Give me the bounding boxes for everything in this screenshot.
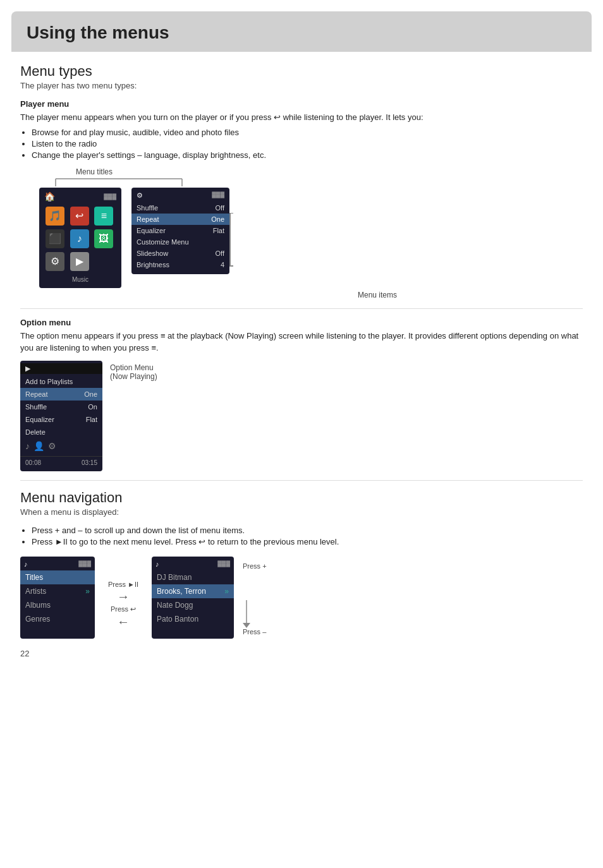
grid-item-photo: 🖼 [94, 229, 113, 248]
settings-row-repeat: RepeatOne [131, 214, 229, 225]
battery-icon-2: ▓▓▓ [212, 191, 224, 200]
music-note-icon: ♪ [24, 560, 28, 568]
settings-screen: ⚙ ▓▓▓ ShuffleOff RepeatOne EqualizerFlat… [131, 188, 229, 274]
nav-bullet-2: Press ►II to go to the next menu level. … [32, 537, 583, 546]
page-title: Using the menus [27, 23, 576, 43]
option-device-screen: ▶ Add to Playlists RepeatOne ShuffleOn E… [20, 361, 102, 471]
nav-screen-1: ♪ ▓▓▓ Titles Artists» Albums Genres [20, 557, 95, 639]
person-icon: 👤 [34, 441, 44, 451]
option-menu-diagram: ▶ Add to Playlists RepeatOne ShuffleOn E… [20, 361, 583, 471]
forward-arrow: → [117, 589, 130, 604]
nav-arrow-forward: Press ►II → Press ↩ ← [101, 565, 145, 629]
bullet-item: Browse for and play music, audible, vide… [32, 128, 583, 137]
player-menu-description: The player menu appears when you turn on… [20, 111, 583, 124]
menu-icon: ↩ [274, 112, 281, 122]
nav-screen-2: ♪ ▓▓▓ DJ Bitman Brooks, Terron» Nate Dog… [152, 557, 234, 639]
battery-icon: ▓▓▓ [104, 193, 116, 200]
bullet-item: Listen to the radio [32, 139, 583, 148]
settings-icon-small: ⚙ [48, 441, 56, 451]
option-screen-play-indicator: ▶ [20, 363, 102, 374]
nav-row-genres: Genres [20, 612, 95, 626]
option-row-delete: Delete [20, 426, 102, 438]
settings-row-equalizer: EqualizerFlat [131, 225, 229, 236]
grid-item-note: ♪ [70, 229, 89, 248]
option-row-add: Add to Playlists [20, 375, 102, 388]
menu-navigation-subtitle: When a menu is displayed: [20, 507, 583, 517]
menu-navigation-title: Menu navigation [20, 490, 583, 506]
page-header: Using the menus [11, 11, 592, 52]
settings-row-slideshow: Slideshow Off [131, 248, 229, 259]
option-screen-icons: ♪ 👤 ⚙ [20, 438, 102, 454]
gear-icon: ⚙ [137, 191, 143, 200]
battery-icon-3: ▓▓▓ [78, 560, 91, 568]
device-screen-1: 🏠 ▓▓▓ 🎵 ↩ ≡ ⬛ ♪ 🖼 ⚙ ▶ Music [39, 188, 121, 288]
page-number: 22 [20, 649, 583, 658]
nav-row-dj: DJ Bitman [152, 570, 234, 584]
option-menu-icon-2: ≡ [151, 343, 156, 353]
settings-row-customize: Customize Menu [131, 236, 229, 248]
menu-diagram: Menu titles 🏠 ▓▓▓ 🎵 ↩ ≡ ⬛ ♪ [39, 167, 583, 299]
player-menu-bullets: Browse for and play music, audible, vide… [32, 128, 583, 160]
menu-types-title: Menu types [20, 63, 583, 80]
option-menu-description: The option menu appears if you press ≡ a… [20, 330, 583, 354]
press-forward-label: Press ►II [108, 581, 138, 588]
option-screen-time: 00:08 03:15 [20, 456, 102, 469]
nav-right-labels: Press + Press – [243, 560, 267, 636]
back-arrow: ← [117, 615, 130, 629]
grid-item-music: 🎵 [46, 207, 64, 226]
press-back-label: Press ↩ [111, 605, 136, 613]
menu-titles-label: Menu titles [76, 167, 113, 176]
option-row-equalizer: EqualizerFlat [20, 413, 102, 426]
grid-item-menu: ≡ [94, 207, 113, 226]
settings-row-shuffle: ShuffleOff [131, 202, 229, 214]
music-note-icon-2: ♪ [155, 560, 159, 568]
grid-item-play: ▶ [70, 252, 89, 271]
press-minus-label: Press – [243, 628, 267, 636]
option-row-repeat: RepeatOne [20, 388, 102, 401]
option-menu-caption: Option Menu(Now Playing) [110, 363, 157, 381]
menu-items-label: Menu items [172, 291, 583, 299]
home-icon: 🏠 [44, 191, 55, 202]
settings-screen-top: ⚙ ▓▓▓ [131, 191, 229, 200]
grid-item-video: ⬛ [46, 229, 64, 248]
screens-row: 🏠 ▓▓▓ 🎵 ↩ ≡ ⬛ ♪ 🖼 ⚙ ▶ Music ⚙ [39, 188, 583, 288]
nav-row-pato: Pato Banton [152, 612, 234, 626]
nav-bullet-1: Press + and – to scroll up and down the … [32, 526, 583, 535]
player-menu-label: Player menu [20, 99, 583, 109]
device-grid: 🎵 ↩ ≡ ⬛ ♪ 🖼 ⚙ ▶ [43, 204, 118, 274]
nav-row-brooks: Brooks, Terron» [152, 584, 234, 598]
nav-screen-1-top: ♪ ▓▓▓ [20, 559, 95, 569]
battery-icon-4: ▓▓▓ [217, 560, 230, 568]
grid-item-back: ↩ [70, 207, 89, 226]
press-plus-label: Press + [243, 562, 267, 570]
option-menu-label: Option menu [20, 318, 583, 327]
grid-item-settings: ⚙ [46, 252, 64, 271]
option-menu-icon: ≡ [161, 331, 168, 341]
nav-row-albums: Albums [20, 598, 95, 612]
menu-types-subtitle: The player has two menu types: [20, 81, 583, 90]
nav-bullets: Press + and – to scroll up and down the … [32, 526, 583, 546]
svg-marker-4 [243, 623, 250, 628]
settings-row-brightness: Brightness 4 [131, 259, 229, 270]
page-content: Menu types The player has two menu types… [0, 52, 603, 678]
option-row-shuffle: ShuffleOn [20, 401, 102, 413]
nav-screen-2-top: ♪ ▓▓▓ [152, 559, 234, 569]
navigation-diagram: ♪ ▓▓▓ Titles Artists» Albums Genres Pres… [20, 557, 583, 639]
nav-row-titles: Titles [20, 570, 95, 584]
nav-row-nate: Nate Dogg [152, 598, 234, 612]
device-label: Music [43, 276, 118, 283]
nav-row-artists: Artists» [20, 584, 95, 598]
music-icon: ♪ [25, 441, 30, 451]
bullet-item: Change the player's settings – language,… [32, 150, 583, 160]
